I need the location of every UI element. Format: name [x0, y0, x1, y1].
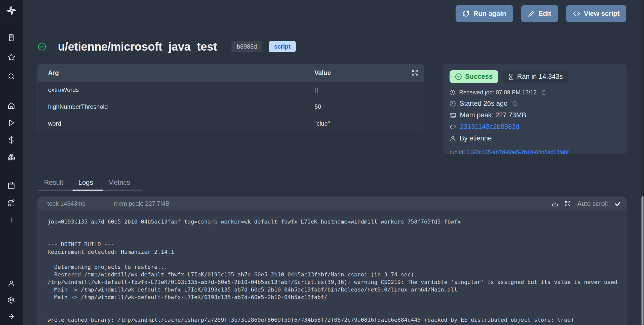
code-icon	[573, 10, 580, 17]
tab-metrics[interactable]: Metrics	[108, 179, 130, 187]
log-line: Determining projects to restore...	[48, 263, 627, 271]
arg-name: word	[38, 120, 314, 127]
log-line: Main -> /tmp/windmill/wk-default-fbwfx-L…	[48, 294, 627, 301]
log-line	[48, 233, 627, 241]
args-table-header: Arg Value	[38, 64, 424, 81]
log-took: took 14343ms	[47, 200, 85, 207]
status-badge: Success	[450, 70, 498, 83]
download-log-icon[interactable]	[552, 200, 558, 207]
clock-icon	[450, 100, 456, 107]
schedules-calendar-icon[interactable]	[8, 182, 15, 189]
user-icon	[450, 135, 456, 141]
view-script-button[interactable]: View script	[566, 5, 626, 22]
script-hash-line: 23131148c2b8983d	[450, 123, 620, 131]
refresh-icon	[462, 10, 469, 17]
hourglass-icon	[508, 74, 514, 80]
pencil-icon	[528, 10, 535, 17]
table-row: word "clue"	[38, 115, 424, 132]
result-tabs: Result Logs Metrics	[44, 179, 130, 187]
log-line: wrote cached binary: /tmp/windmill/cache…	[48, 316, 627, 324]
log-line: /tmp/windmill/wk-default-fbwfx-L7IeK/019…	[48, 278, 627, 286]
log-output[interactable]: job=0193c135-ab7d-60e5-2b10-04b5ac13fabf…	[38, 210, 627, 324]
log-line: Main -> /tmp/windmill/wk-default-fbwfx-L…	[48, 286, 627, 294]
table-row: extraWords []	[38, 81, 424, 98]
active-tab-underline	[72, 190, 103, 191]
log-line: Requirement detected: Humanizer 2.14.1	[48, 248, 627, 256]
collapse-arrow-icon[interactable]	[8, 313, 15, 320]
received-job-line: Received job: 07:09 PM 13/12	[450, 89, 620, 96]
log-line	[48, 226, 627, 233]
version-badge: b8983d	[231, 41, 262, 52]
kind-badge: script	[269, 41, 296, 52]
auto-scroll-label: Auto scroll	[577, 200, 608, 208]
arg-value: []	[314, 86, 424, 93]
mem-peak-line: Mem peak: 227.73MB	[450, 111, 620, 119]
log-panel: took 14343ms mem peak: 227.7MB Auto scro…	[37, 197, 627, 325]
page-title: u/etienne/microsoft_java_test	[58, 40, 217, 53]
info-icon[interactable]	[513, 101, 518, 106]
arg-column-header: Arg	[38, 69, 314, 77]
log-line: job=0193c135-ab7d-60e5-2b10-04b5ac13fabf…	[48, 218, 627, 226]
windmill-logo-icon[interactable]	[5, 5, 17, 18]
job-run-page: Run again Edit View script u/etienne/mic…	[0, 0, 644, 325]
arg-name: extraWords	[38, 86, 314, 93]
topbar-actions: Run again Edit View script	[456, 5, 626, 22]
user-icon[interactable]	[8, 280, 15, 287]
run-again-button[interactable]: Run again	[456, 5, 513, 22]
view-script-label: View script	[584, 10, 620, 18]
duration-chip: Ran in 14.343s	[503, 70, 568, 83]
expand-args-icon[interactable]	[412, 69, 418, 76]
run-again-label: Run again	[473, 10, 506, 18]
auto-scroll-checkbox[interactable]	[614, 200, 621, 207]
log-line	[48, 309, 627, 316]
log-mem-peak: mem peak: 227.7MB	[114, 200, 169, 207]
value-column-header: Value	[314, 69, 424, 77]
args-table: Arg Value extraWords [] highNumberThresh…	[37, 64, 424, 132]
title-row: u/etienne/microsoft_java_test b8983d scr…	[38, 38, 296, 55]
page-scrollbar-thumb[interactable]	[641, 196, 643, 325]
sidebar-divider	[0, 22, 23, 22]
tab-logs[interactable]: Logs	[78, 179, 93, 187]
job-status-panel: Success Ran in 14.343s Received job: 07:…	[443, 64, 627, 154]
variables-dollar-icon[interactable]	[8, 136, 15, 144]
log-line	[48, 256, 627, 263]
edit-label: Edit	[538, 10, 551, 18]
code-icon	[450, 124, 456, 130]
settings-gear-icon[interactable]	[8, 296, 15, 304]
started-line: Started 26s ago	[450, 100, 620, 107]
clock-icon	[450, 90, 455, 95]
check-circle-icon	[455, 73, 462, 80]
arg-name: highNumberThreshold	[38, 103, 314, 110]
arg-value: 50	[314, 103, 424, 110]
run-id-link[interactable]: 0193c135-ab7d-60e5-2b10-04b5ac13fabf	[466, 149, 569, 155]
arg-value: "clue"	[314, 120, 424, 127]
log-header: took 14343ms mem peak: 227.7MB Auto scro…	[38, 198, 627, 210]
search-icon[interactable]	[8, 73, 15, 80]
log-line: Restored /tmp/windmill/wk-default-fbwfx-…	[48, 271, 627, 278]
expand-log-icon[interactable]	[565, 201, 571, 207]
log-line	[48, 301, 627, 309]
favorites-star-icon[interactable]	[8, 53, 15, 61]
run-id-label: run id:	[450, 149, 465, 155]
script-hash-link[interactable]: 23131148c2b8983d	[460, 123, 519, 131]
info-icon[interactable]	[542, 90, 547, 95]
flows-route-icon[interactable]	[8, 199, 15, 207]
author-line: By etienne	[450, 134, 620, 142]
success-check-icon	[38, 42, 46, 51]
runs-play-icon[interactable]	[8, 119, 15, 127]
home-icon[interactable]	[8, 102, 15, 110]
workspace-icon[interactable]	[8, 34, 15, 42]
run-id-line: run id: 0193c135-ab7d-60e5-2b10-04b5ac13…	[450, 149, 620, 156]
memory-icon	[450, 112, 456, 119]
create-plus-icon[interactable]	[8, 216, 15, 224]
tab-result[interactable]: Result	[44, 179, 63, 187]
sidebar	[0, 0, 23, 325]
edit-button[interactable]: Edit	[521, 5, 558, 22]
resources-boxes-icon[interactable]	[8, 153, 15, 161]
table-row: highNumberThreshold 50	[38, 98, 424, 115]
log-line: --- DOTNET BUILD ---	[48, 241, 627, 248]
